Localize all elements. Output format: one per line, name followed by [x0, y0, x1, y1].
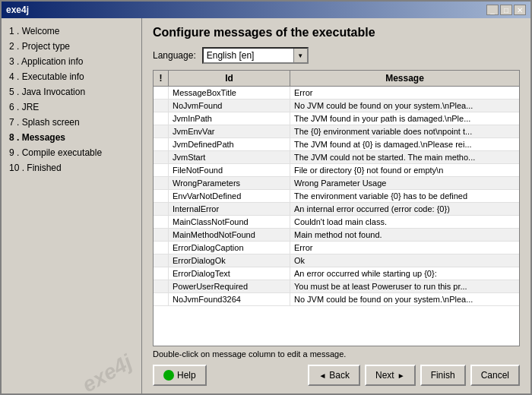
table-row[interactable]: JvmDefinedPath The JVM found at {0} is d…	[154, 138, 519, 151]
row-id: JvmInPath	[169, 112, 290, 125]
row-index	[154, 151, 169, 163]
row-message: No JVM could be found on your system.\nP…	[290, 293, 519, 305]
sidebar-item-10[interactable]: 10 . Finished	[5, 161, 138, 175]
window-title: exe4j	[6, 5, 29, 15]
row-index	[154, 100, 169, 112]
row-index	[154, 216, 169, 228]
help-icon	[163, 370, 174, 381]
row-message: The {0} environment variable does not\np…	[290, 125, 519, 137]
table-row[interactable]: InternalError An internal error occurred…	[154, 203, 519, 216]
sidebar-watermark: exe4j	[78, 350, 137, 393]
row-index	[154, 87, 169, 99]
row-message: Couldn't load main class.	[290, 216, 519, 228]
table-row[interactable]: JvmInPath The JVM found in your path is …	[154, 112, 519, 125]
finish-button[interactable]: Finish	[420, 365, 466, 386]
table-row[interactable]: ErrorDialogText An error occurred while …	[154, 267, 519, 280]
maximize-button[interactable]: □	[500, 5, 512, 15]
sidebar-item-1[interactable]: 1 . Welcome	[5, 24, 138, 38]
page-title: Configure messages of the executable	[153, 26, 520, 40]
close-button[interactable]: ✕	[514, 5, 526, 15]
row-id: WrongParameters	[169, 177, 290, 189]
help-button[interactable]: Help	[153, 365, 207, 386]
back-button[interactable]: ◄ Back	[308, 365, 360, 386]
row-id: ErrorDialogText	[169, 267, 290, 280]
sidebar-item-7[interactable]: 7 . Splash screen	[5, 115, 138, 129]
table-row[interactable]: ErrorDialogOk Ok	[154, 254, 519, 267]
row-id: FileNotFound	[169, 164, 290, 176]
row-id: NoJvmFound3264	[169, 293, 290, 305]
row-message: No JVM could be found on your system.\nP…	[290, 100, 519, 112]
row-index	[154, 112, 169, 125]
table-row[interactable]: WrongParameters Wrong Parameter Usage	[154, 177, 519, 190]
sidebar-item-3[interactable]: 3 . Application info	[5, 55, 138, 68]
footer-buttons: Help ◄ Back Next ► Finish Cancel	[153, 365, 520, 386]
row-index	[154, 229, 169, 241]
row-index	[154, 138, 169, 150]
next-button[interactable]: Next ►	[365, 365, 416, 386]
row-message: Error	[290, 242, 519, 254]
row-message: An error occurred while starting up {0}:	[290, 267, 519, 280]
sidebar-item-9[interactable]: 9 . Compile executable	[5, 146, 138, 160]
row-message: An internal error occurred (error code: …	[290, 203, 519, 215]
row-index	[154, 177, 169, 189]
row-message: You must be at least Poweruser to run th…	[290, 280, 519, 292]
language-value: English [en]	[204, 49, 293, 62]
language-row: Language: English [en] ▼	[153, 47, 520, 64]
content-area: 1 . Welcome2 . Project type3 . Applicati…	[2, 18, 530, 393]
table-row[interactable]: JvmStart The JVM could not be started. T…	[154, 151, 519, 164]
table-row[interactable]: FileNotFound File or directory {0} not f…	[154, 164, 519, 177]
titlebar: exe4j _ □ ✕	[2, 2, 530, 18]
row-index	[154, 254, 169, 267]
table-row[interactable]: JvmEnvVar The {0} environment variable d…	[154, 125, 519, 138]
table-row[interactable]: MainClassNotFound Couldn't load main cla…	[154, 216, 519, 229]
row-message: File or directory {0} not found or empty…	[290, 164, 519, 176]
sidebar-item-8[interactable]: 8 . Messages	[5, 131, 138, 144]
row-id: JvmEnvVar	[169, 125, 290, 137]
row-id: JvmDefinedPath	[169, 138, 290, 150]
row-message: The JVM could not be started. The main m…	[290, 151, 519, 163]
row-message: Main method not found.	[290, 229, 519, 241]
hint-text: Double-click on message column to edit a…	[153, 349, 520, 359]
row-message: The JVM found at {0} is damaged.\nPlease…	[290, 138, 519, 150]
table-row[interactable]: NoJvmFound No JVM could be found on your…	[154, 100, 519, 112]
row-index	[154, 280, 169, 292]
table-body: MessageBoxTitle Error NoJvmFound No JVM …	[154, 87, 519, 346]
cancel-button[interactable]: Cancel	[470, 365, 520, 386]
sidebar-item-2[interactable]: 2 . Project type	[5, 40, 138, 53]
table-row[interactable]: PowerUserRequired You must be at least P…	[154, 280, 519, 293]
sidebar: 1 . Welcome2 . Project type3 . Applicati…	[2, 18, 142, 393]
row-index	[154, 293, 169, 305]
row-index	[154, 164, 169, 176]
sidebar-item-5[interactable]: 5 . Java Invocation	[5, 85, 138, 99]
col-id-header: Id	[169, 71, 290, 86]
table-row[interactable]: NoJvmFound3264 No JVM could be found on …	[154, 293, 519, 306]
main-panel: Configure messages of the executable Lan…	[142, 18, 530, 393]
row-index	[154, 242, 169, 254]
main-window: exe4j _ □ ✕ 1 . Welcome2 . Project type3…	[0, 0, 532, 395]
row-id: MainMethodNotFound	[169, 229, 290, 241]
language-select[interactable]: English [en] ▼	[202, 47, 309, 64]
row-id: ErrorDialogOk	[169, 254, 290, 267]
language-dropdown-arrow[interactable]: ▼	[293, 49, 307, 62]
sidebar-item-4[interactable]: 4 . Executable info	[5, 70, 138, 84]
minimize-button[interactable]: _	[486, 5, 499, 15]
row-message: Ok	[290, 254, 519, 267]
row-index	[154, 125, 169, 137]
table-row[interactable]: MainMethodNotFound Main method not found…	[154, 229, 519, 242]
messages-table: ! Id Message MessageBoxTitle Error NoJvm…	[153, 70, 520, 346]
row-id: ErrorDialogCaption	[169, 242, 290, 254]
row-message: Wrong Parameter Usage	[290, 177, 519, 189]
table-header: ! Id Message	[154, 71, 519, 87]
row-message: The JVM found in your path is damaged.\n…	[290, 112, 519, 125]
row-index	[154, 267, 169, 280]
next-arrow-icon: ►	[397, 371, 405, 380]
sidebar-item-6[interactable]: 6 . JRE	[5, 100, 138, 114]
row-id: MessageBoxTitle	[169, 87, 290, 99]
table-row[interactable]: EnvVarNotDefined The environment variabl…	[154, 190, 519, 203]
col-index-header: !	[154, 71, 169, 86]
table-row[interactable]: MessageBoxTitle Error	[154, 87, 519, 100]
back-arrow-icon: ◄	[318, 371, 326, 380]
table-row[interactable]: ErrorDialogCaption Error	[154, 242, 519, 254]
language-label: Language:	[153, 50, 196, 61]
row-id: MainClassNotFound	[169, 216, 290, 228]
